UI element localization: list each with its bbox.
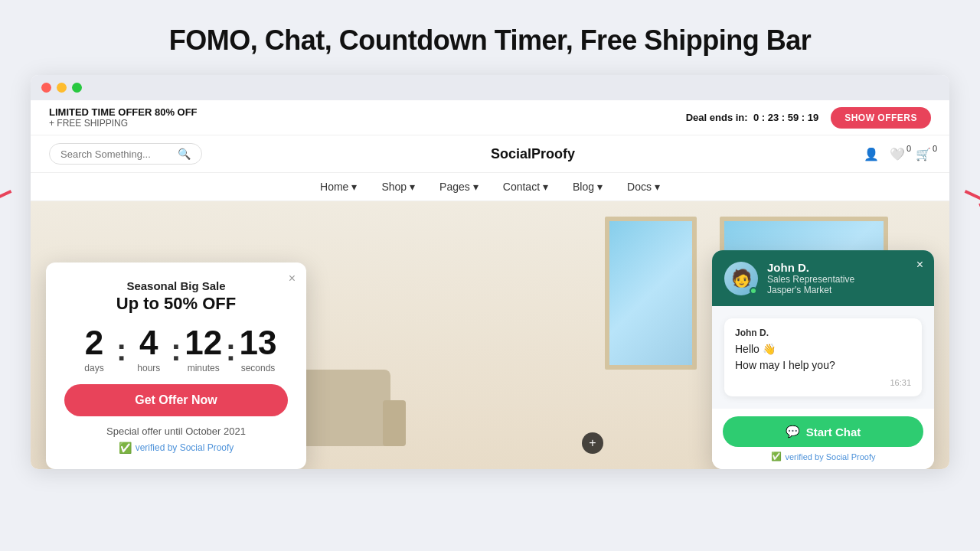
countdown-minutes-value: 12 (185, 326, 223, 360)
deal-ends-label: Deal ends in: (686, 112, 748, 123)
brand-name: SocialProofy (491, 146, 575, 162)
fomo-verified-text: verified by Social Proofy (136, 442, 234, 453)
room-window-left (605, 217, 697, 370)
menu-home-chevron: ▾ (351, 181, 357, 193)
fomo-subtitle: Up to 50% OFF (64, 294, 288, 314)
search-area[interactable]: 🔍 (49, 143, 202, 165)
chat-verified-row: ✅ verified by Social Proofy (723, 452, 923, 461)
cart-badge: 0 (933, 144, 937, 153)
countdown-hours: 4 hours (129, 326, 168, 373)
countdown-sep-2: : (171, 333, 181, 373)
chat-message-bubble: John D. Hello 👋 How may I help you? 16:3… (724, 318, 922, 396)
agent-name: John D. (767, 261, 922, 274)
chat-header: 🧑 John D. Sales Representative Jasper's … (712, 250, 934, 306)
countdown-days-value: 2 (75, 326, 113, 360)
chat-bubble-icon: 💬 (786, 425, 800, 439)
chat-widget: 🧑 John D. Sales Representative Jasper's … (712, 250, 934, 469)
show-offers-button[interactable]: SHOW OFFERS (831, 107, 931, 129)
menu-docs-label: Docs (627, 181, 652, 193)
agent-avatar: 🧑 (724, 262, 758, 295)
menu-pages-chevron: ▾ (473, 181, 479, 193)
countdown-seconds-label: seconds (241, 363, 276, 373)
shipping-left: LIMITED TIME OFFER 80% OFF + FREE SHIPPI… (49, 106, 198, 129)
wishlist-badge: 0 (906, 144, 911, 153)
cart-icon-group[interactable]: 🛒 0 (916, 147, 931, 161)
heart-icon: 🤍 (890, 147, 905, 161)
countdown-minutes: 12 minutes (185, 326, 223, 373)
countdown-hours-label: hours (137, 363, 160, 373)
nav-bar: 🔍 SocialProofy 👤 🤍 0 🛒 0 (31, 135, 949, 173)
menu-blog-label: Blog (573, 181, 594, 193)
verified-checkmark-icon: ✅ (119, 442, 132, 454)
menu-contact-chevron: ▾ (543, 181, 548, 193)
cart-icon: 🛒 (916, 147, 931, 161)
menu-shop-label: Shop (381, 181, 407, 193)
menu-item-blog[interactable]: Blog ▾ (573, 181, 603, 193)
fomo-popup: × Seasonal Big Sale Up to 50% OFF 2 days… (46, 262, 306, 469)
agent-company: Jasper's Market (767, 285, 922, 295)
shipping-right: Deal ends in: 0 : 23 : 59 : 19 SHOW OFFE… (686, 107, 931, 129)
agent-role: Sales Representative (767, 274, 922, 285)
menu-item-home[interactable]: Home ▾ (320, 181, 357, 193)
countdown-row: 2 days : 4 hours : 12 minutes : (64, 326, 288, 373)
arrow-left-decoration: ↙ (0, 170, 21, 220)
chat-body: John D. Hello 👋 How may I help you? 16:3… (712, 306, 934, 409)
fomo-title: Seasonal Big Sale (64, 279, 288, 292)
chat-footer: 💬 Start Chat ✅ verified by Social Proofy (712, 409, 934, 469)
start-chat-button[interactable]: 💬 Start Chat (723, 416, 923, 447)
agent-info: John D. Sales Representative Jasper's Ma… (767, 261, 922, 295)
browser-window: LIMITED TIME OFFER 80% OFF + FREE SHIPPI… (31, 75, 949, 469)
menu-item-pages[interactable]: Pages ▾ (439, 181, 479, 193)
menu-item-shop[interactable]: Shop ▾ (381, 181, 415, 193)
chat-message-line1: Hello 👋 (735, 341, 911, 357)
chat-close-button[interactable]: × (916, 258, 923, 272)
browser-chrome (31, 75, 949, 100)
fomo-close-button[interactable]: × (289, 272, 296, 285)
countdown-seconds-value: 13 (239, 326, 277, 360)
user-icon-group[interactable]: 👤 (864, 147, 879, 161)
user-icon: 👤 (864, 147, 879, 161)
nav-icons: 👤 🤍 0 🛒 0 (864, 147, 931, 161)
carousel-next-button[interactable]: + (582, 432, 603, 454)
hero-area: + + × Seasonal Big Sale Up to 50% OFF 2 … (31, 201, 949, 469)
deal-ends-countdown: 0 : 23 : 59 : 19 (753, 112, 818, 123)
countdown-days: 2 days (75, 326, 113, 373)
menu-shop-chevron: ▾ (410, 181, 415, 193)
search-icon: 🔍 (178, 148, 191, 160)
deal-ends-text: Deal ends in: 0 : 23 : 59 : 19 (686, 112, 818, 123)
countdown-seconds: 13 seconds (239, 326, 277, 373)
chat-message-sender: John D. (735, 328, 911, 338)
fomo-verified-row: ✅ verified by Social Proofy (64, 442, 288, 454)
get-offer-button[interactable]: Get Offer Now (64, 384, 288, 416)
chat-verified-text: verified by Social Proofy (786, 452, 876, 461)
menu-home-label: Home (320, 181, 348, 193)
chat-message-line2: How may I help you? (735, 357, 911, 373)
window-maximize-dot[interactable] (72, 83, 82, 93)
menu-item-contact[interactable]: Contact ▾ (503, 181, 548, 193)
chat-message-time: 16:31 (735, 378, 911, 387)
menu-bar: Home ▾ Shop ▾ Pages ▾ Contact ▾ Blog ▾ D… (31, 173, 949, 201)
offer-subtitle: + FREE SHIPPING (49, 118, 198, 129)
wishlist-icon-group[interactable]: 🤍 0 (890, 147, 905, 161)
menu-pages-label: Pages (439, 181, 470, 193)
fomo-footer-text: Special offer until October 2021 (64, 425, 288, 437)
menu-contact-label: Contact (503, 181, 540, 193)
search-input[interactable] (60, 148, 173, 160)
offer-title: LIMITED TIME OFFER 80% OFF (49, 106, 198, 118)
countdown-minutes-label: minutes (188, 363, 220, 373)
page-title: FOMO, Chat, Countdown Timer, Free Shippi… (154, 0, 826, 75)
chat-verified-icon: ✅ (771, 452, 782, 461)
menu-docs-chevron: ▾ (655, 181, 660, 193)
countdown-days-label: days (84, 363, 103, 373)
start-chat-label: Start Chat (806, 425, 861, 439)
countdown-sep-1: : (116, 333, 126, 373)
shipping-bar: LIMITED TIME OFFER 80% OFF + FREE SHIPPI… (31, 100, 949, 135)
countdown-hours-value: 4 (129, 326, 168, 360)
window-close-dot[interactable] (41, 83, 51, 93)
online-status-dot (750, 287, 757, 295)
countdown-sep-3: : (226, 333, 236, 373)
window-minimize-dot[interactable] (57, 83, 67, 93)
arrow-right-decoration: ↙ (955, 170, 980, 220)
menu-blog-chevron: ▾ (597, 181, 603, 193)
menu-item-docs[interactable]: Docs ▾ (627, 181, 660, 193)
